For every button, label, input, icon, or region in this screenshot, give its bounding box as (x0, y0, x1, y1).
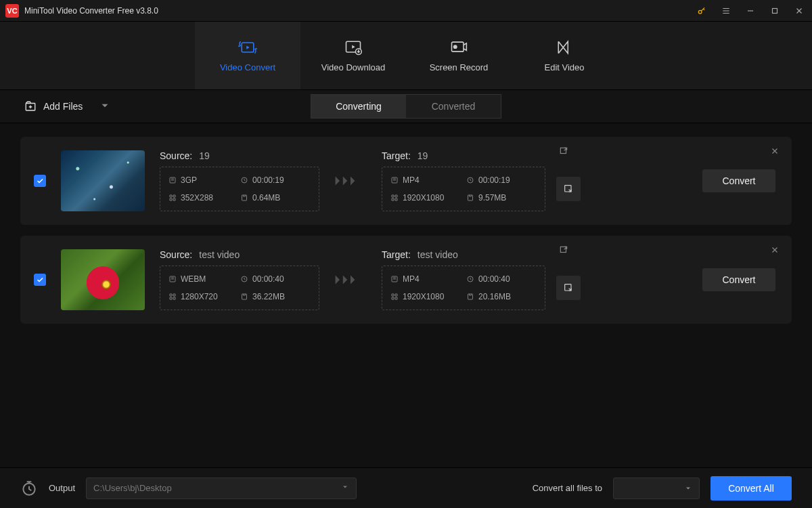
source-name: test video (199, 249, 240, 260)
source-info: WEBM 00:00:40 1280X720 36.22MB (160, 266, 319, 310)
source-block: Source: 19 3GP 00:00:19 352X288 0.64MB (160, 150, 319, 211)
target-duration: 00:00:19 (478, 175, 510, 185)
source-format: WEBM (181, 274, 206, 284)
target-info: MP4 00:00:40 1920X1080 20.16MB (382, 266, 545, 310)
remove-item-icon[interactable] (770, 245, 780, 255)
svg-rect-13 (468, 195, 473, 200)
remove-item-icon[interactable] (770, 146, 780, 156)
video-thumbnail (61, 249, 145, 310)
target-name: 19 (418, 150, 428, 161)
add-files-dropdown-icon[interactable] (99, 100, 111, 114)
svg-rect-21 (468, 294, 473, 299)
target-size: 9.57MB (478, 193, 506, 203)
nav-label: Edit Video (544, 62, 584, 72)
conversion-item: Source: 19 3GP 00:00:19 352X288 0.64MB T… (20, 137, 792, 225)
target-label: Target: (382, 150, 411, 161)
output-label: Output (49, 483, 75, 493)
toolbar: Add Files Converting Converted (0, 89, 812, 123)
target-name: test video (418, 249, 458, 260)
titlebar: VC MiniTool Video Converter Free v3.8.0 (0, 0, 812, 22)
arrow-icon (334, 273, 367, 287)
source-name: 19 (199, 150, 210, 161)
source-block: Source: test video WEBM 00:00:40 1280X72… (160, 249, 319, 310)
target-format: MP4 (403, 274, 420, 284)
conversion-item: Source: test video WEBM 00:00:40 1280X72… (20, 236, 792, 324)
conversion-list: Source: 19 3GP 00:00:19 352X288 0.64MB T… (0, 123, 812, 337)
svg-rect-10 (242, 195, 247, 200)
svg-rect-23 (560, 247, 566, 252)
close-button[interactable] (792, 3, 807, 18)
tab-converting[interactable]: Converting (311, 95, 406, 118)
source-resolution: 352X288 (181, 193, 213, 203)
menu-icon[interactable] (719, 3, 734, 18)
nav-screen-record[interactable]: Screen Record (406, 22, 512, 89)
nav-video-convert[interactable]: Video Convert (195, 22, 300, 89)
svg-rect-15 (560, 148, 566, 153)
target-info: MP4 00:00:19 1920X1080 9.57MB (382, 167, 545, 211)
svg-rect-18 (242, 294, 247, 299)
target-settings-button[interactable] (556, 276, 581, 300)
minimize-button[interactable] (743, 3, 758, 18)
target-resolution: 1920X1080 (403, 292, 444, 301)
nav-label: Video Convert (220, 62, 275, 72)
tab-converted[interactable]: Converted (406, 95, 501, 118)
status-tab-switch: Converting Converted (311, 94, 501, 119)
source-size: 36.22MB (252, 292, 285, 301)
convert-button[interactable]: Convert (702, 268, 775, 291)
svg-rect-1 (773, 8, 777, 13)
source-resolution: 1280X720 (181, 292, 218, 301)
maximize-button[interactable] (767, 3, 782, 18)
output-path-value: C:\Users\bj\Desktop (93, 483, 172, 493)
item-checkbox[interactable] (34, 274, 46, 286)
add-files-label: Add Files (43, 101, 83, 112)
convert-all-to-label: Convert all files to (533, 483, 602, 493)
edit-item-icon[interactable] (559, 146, 568, 158)
convert-all-button[interactable]: Convert All (710, 476, 792, 501)
target-label: Target: (382, 249, 411, 260)
target-size: 20.16MB (478, 292, 511, 301)
nav-edit-video[interactable]: Edit Video (512, 22, 617, 89)
chevron-down-icon (341, 483, 349, 493)
item-checkbox[interactable] (34, 175, 46, 187)
add-files-button[interactable]: Add Files (24, 100, 111, 114)
app-title: MiniTool Video Converter Free v3.8.0 (24, 6, 689, 16)
target-settings-button[interactable] (556, 177, 581, 201)
svg-point-6 (454, 45, 457, 47)
target-format: MP4 (403, 175, 420, 185)
upgrade-key-icon[interactable] (694, 3, 709, 18)
history-icon[interactable] (20, 480, 38, 497)
arrow-icon (334, 174, 367, 188)
convert-button[interactable]: Convert (702, 169, 775, 192)
main-nav: Video Convert Video Download Screen Reco… (0, 22, 812, 89)
target-block: Target: 19 MP4 00:00:19 1920X1080 9.57MB (382, 150, 581, 211)
source-label: Source: (160, 150, 192, 161)
edit-item-icon[interactable] (559, 245, 568, 257)
source-duration: 00:00:19 (252, 175, 284, 185)
source-duration: 00:00:40 (252, 274, 284, 284)
source-info: 3GP 00:00:19 352X288 0.64MB (160, 167, 319, 211)
target-duration: 00:00:40 (478, 274, 510, 284)
source-format: 3GP (181, 175, 197, 185)
footer-bar: Output C:\Users\bj\Desktop Convert all f… (0, 467, 812, 508)
convert-all-to-dropdown[interactable] (613, 478, 700, 499)
nav-video-download[interactable]: Video Download (300, 22, 406, 89)
output-path-dropdown[interactable]: C:\Users\bj\Desktop (86, 478, 357, 499)
video-thumbnail (61, 150, 145, 211)
source-size: 0.64MB (252, 193, 280, 203)
source-label: Source: (160, 249, 192, 260)
target-block: Target: test video MP4 00:00:40 1920X108… (382, 249, 581, 310)
nav-label: Video Download (321, 62, 385, 72)
app-logo: VC (5, 4, 19, 18)
nav-label: Screen Record (430, 62, 489, 72)
target-resolution: 1920X1080 (403, 193, 444, 203)
